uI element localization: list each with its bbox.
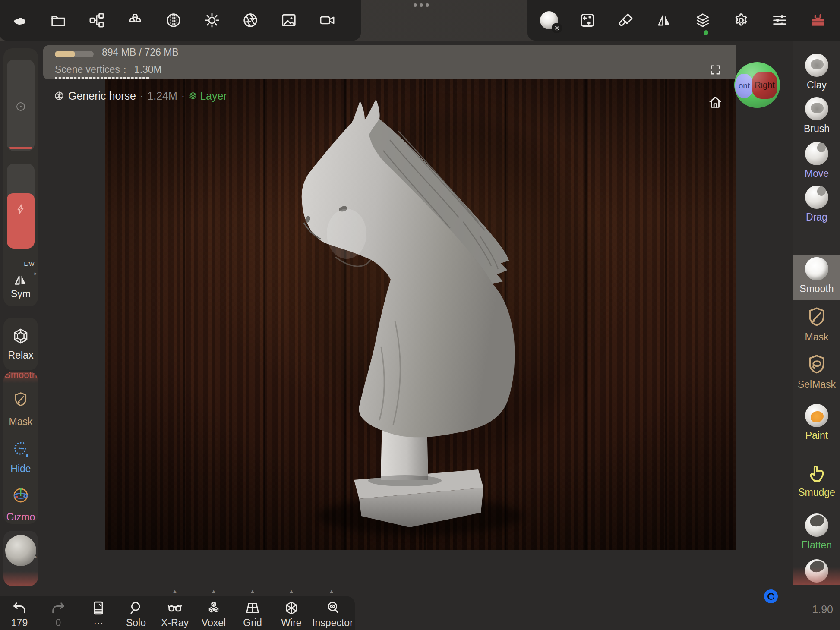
sym-expand-arrow[interactable]: ▸ bbox=[34, 270, 37, 277]
tool-move[interactable]: Move bbox=[793, 142, 840, 180]
inspector-label: Inspector bbox=[312, 617, 353, 629]
radius-dot-icon bbox=[15, 101, 26, 112]
undo-count: 179 bbox=[11, 617, 28, 629]
brush-settings-badge[interactable] bbox=[552, 23, 562, 33]
topology-button[interactable]: ··· bbox=[126, 11, 145, 30]
redo-button[interactable]: 0 bbox=[39, 596, 78, 630]
tool-clay[interactable]: Clay bbox=[793, 54, 840, 91]
tool-label: Drag bbox=[806, 211, 827, 223]
stroke-button[interactable]: ··· bbox=[578, 11, 597, 30]
background-button[interactable] bbox=[279, 11, 298, 30]
folder-icon bbox=[50, 12, 66, 28]
symmetry-button[interactable] bbox=[655, 11, 674, 30]
tool-smooth-selected[interactable]: Smooth bbox=[793, 257, 840, 295]
memory-text: 894 MB / 726 MB bbox=[102, 47, 179, 58]
sun-icon bbox=[204, 12, 220, 28]
layer-chip[interactable]: Layer bbox=[189, 90, 227, 102]
top-right-toolbar: ··· bbox=[527, 0, 840, 41]
tool-label: Paint bbox=[805, 430, 828, 441]
voxel-label: Voxel bbox=[202, 617, 226, 629]
matcap-material-sphere[interactable] bbox=[5, 535, 36, 566]
sculpt-canvas[interactable] bbox=[105, 79, 736, 550]
hide-tool-button[interactable]: Hide bbox=[3, 463, 38, 475]
sym-button[interactable]: Sym bbox=[3, 288, 38, 300]
window-handle[interactable] bbox=[408, 3, 434, 7]
relax-panel: Relax bbox=[3, 318, 38, 370]
handle-dot bbox=[420, 3, 423, 7]
solo-button[interactable]: Solo bbox=[117, 596, 155, 630]
xray-label: X-Ray bbox=[161, 617, 189, 629]
aperture-icon bbox=[242, 12, 259, 28]
wireframe-hex-icon bbox=[284, 600, 299, 616]
brush-alpha-button[interactable] bbox=[540, 11, 559, 30]
stroke-settings-icon bbox=[579, 12, 596, 28]
lighting-button[interactable] bbox=[202, 11, 221, 30]
gizmo-tool-button[interactable]: Gizmo bbox=[3, 511, 38, 523]
help-button[interactable] bbox=[808, 11, 827, 30]
files-button[interactable] bbox=[49, 11, 68, 30]
voxel-button[interactable]: Voxel bbox=[194, 596, 233, 630]
home-view-button[interactable] bbox=[707, 94, 723, 110]
grid-caret[interactable]: ▲ bbox=[250, 588, 255, 594]
camera-button[interactable] bbox=[318, 11, 337, 30]
grid-label: Grid bbox=[243, 617, 262, 629]
separator-dot: · bbox=[140, 90, 143, 102]
wire-caret[interactable]: ▲ bbox=[289, 588, 294, 594]
notebook-icon bbox=[91, 600, 106, 616]
tool-flatten[interactable]: Flatten bbox=[793, 513, 840, 551]
tool-mask[interactable]: Mask bbox=[793, 306, 840, 343]
fullscreen-button[interactable] bbox=[708, 63, 722, 77]
relax-button[interactable]: Relax bbox=[3, 350, 38, 361]
postprocess-button[interactable] bbox=[241, 11, 260, 30]
inspector-caret[interactable]: ▲ bbox=[329, 588, 334, 594]
app-window: 894 MB / 726 MB Scene vertices：1.30M Gen… bbox=[0, 0, 840, 630]
tool-brush[interactable]: Brush bbox=[793, 97, 840, 135]
material-expand-arrow[interactable]: ▸ bbox=[34, 553, 37, 560]
mask-tool-button[interactable]: Mask bbox=[3, 416, 38, 428]
tool-selmask[interactable]: SelMask bbox=[793, 353, 840, 391]
grid-button[interactable]: Grid bbox=[233, 596, 272, 630]
layers-status-dot bbox=[704, 30, 708, 35]
object-bar[interactable]: Generic horse · 1.24M · Layer bbox=[54, 89, 227, 103]
material-panel[interactable]: ▸ bbox=[3, 531, 38, 586]
tool-drag[interactable]: Drag bbox=[793, 186, 840, 223]
painting-button[interactable] bbox=[616, 11, 635, 30]
mesh-icon bbox=[54, 91, 64, 101]
xray-caret[interactable]: ▲ bbox=[172, 588, 177, 594]
app-logo-button[interactable] bbox=[10, 11, 29, 30]
tool-label: Smooth bbox=[799, 283, 834, 295]
inspector-button[interactable]: Inspector bbox=[308, 596, 357, 630]
history-menu-button[interactable]: ··· bbox=[79, 596, 118, 630]
redo-count: 0 bbox=[56, 617, 61, 629]
tool-smudge[interactable]: Smudge bbox=[793, 461, 840, 498]
undo-button[interactable]: 179 bbox=[0, 596, 39, 630]
voxel-caret[interactable]: ▲ bbox=[211, 588, 216, 594]
gizmo-orbits-icon bbox=[11, 486, 30, 505]
mask-shield-thumb bbox=[805, 306, 828, 329]
layers-button[interactable] bbox=[693, 11, 712, 30]
scene-graph-button[interactable] bbox=[87, 11, 106, 30]
fullscreen-icon bbox=[709, 64, 721, 76]
nav-sphere-shading bbox=[734, 62, 780, 108]
layers-icon bbox=[695, 12, 711, 28]
intensity-slider[interactable] bbox=[7, 164, 35, 249]
scrolled-tool-label: Smooth bbox=[3, 372, 38, 379]
radius-slider[interactable] bbox=[7, 60, 35, 151]
xray-button[interactable]: X-Ray bbox=[155, 596, 194, 630]
radius-fill bbox=[9, 147, 32, 149]
mask-shield-icon bbox=[12, 391, 29, 408]
layer-label: Layer bbox=[200, 90, 227, 102]
sym-icon bbox=[13, 272, 29, 288]
interface-button[interactable]: ··· bbox=[770, 11, 789, 30]
smudge-hand-thumb bbox=[805, 461, 828, 484]
tool-paint[interactable]: Paint bbox=[793, 404, 840, 441]
settings-button[interactable] bbox=[732, 11, 751, 30]
wire-button[interactable]: Wire bbox=[272, 596, 311, 630]
pivot-target-icon[interactable] bbox=[764, 589, 778, 603]
material-button[interactable] bbox=[164, 11, 183, 30]
handle-dot bbox=[414, 3, 417, 7]
wire-label: Wire bbox=[281, 617, 301, 629]
navigation-sphere[interactable]: ont Right bbox=[734, 62, 780, 108]
left-tools-panel: Smooth Mask Hide bbox=[3, 372, 38, 524]
top-left-toolbar: ··· bbox=[0, 0, 361, 41]
